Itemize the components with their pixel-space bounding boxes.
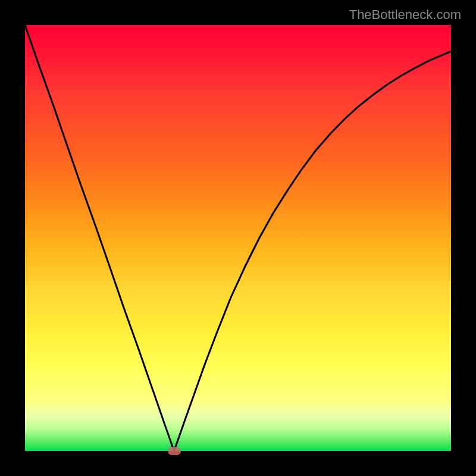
- minimum-marker: [168, 447, 181, 455]
- watermark-text: TheBottleneck.com: [349, 7, 461, 23]
- curve-svg: [25, 25, 451, 451]
- chart-frame: TheBottleneck.com: [0, 0, 476, 476]
- plot-area: [25, 25, 451, 451]
- bottleneck-curve: [25, 25, 451, 451]
